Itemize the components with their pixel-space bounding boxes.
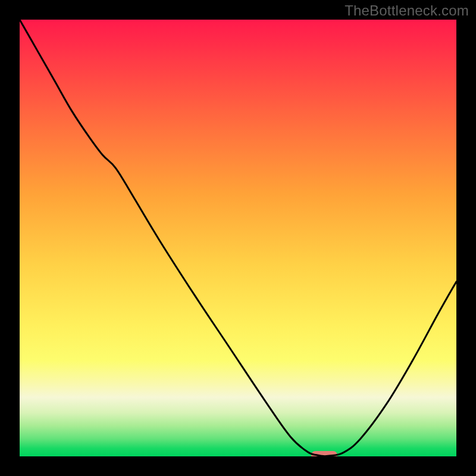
optimal-marker: [311, 451, 337, 456]
gradient-background: [20, 20, 456, 456]
chart-frame: TheBottleneck.com: [0, 0, 476, 476]
plot-area: [20, 20, 456, 456]
watermark-text: TheBottleneck.com: [345, 2, 469, 19]
